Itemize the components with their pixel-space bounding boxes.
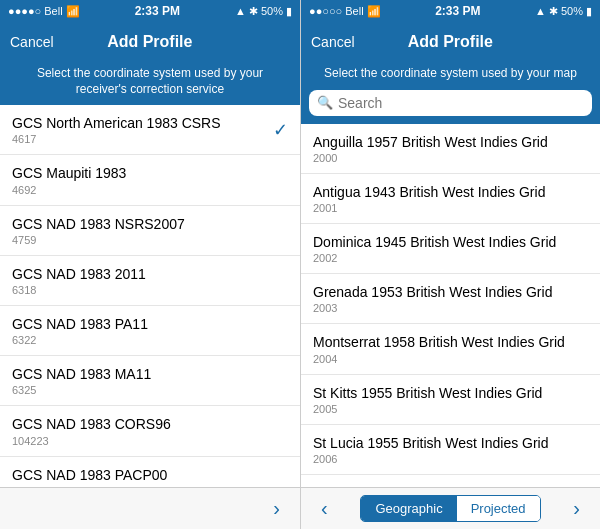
list-item-code: 2005 — [313, 403, 588, 415]
list-item[interactable]: GCS NAD 1983 MA11 6325 — [0, 356, 300, 406]
list-item[interactable]: GCS North American 1983 CSRS 4617 ✓ — [0, 105, 300, 155]
search-input[interactable] — [338, 95, 584, 111]
right-forward-arrow[interactable]: › — [565, 493, 588, 524]
list-item-name: St Kitts 1955 British West Indies Grid — [313, 384, 588, 402]
right-battery-icon: ▮ — [586, 5, 592, 18]
list-item-code: 2002 — [313, 252, 588, 264]
list-item-name: GCS NAD 1983 PACP00 — [12, 466, 288, 484]
left-status-right: ▲ ✱ 50% ▮ — [235, 5, 292, 18]
list-item[interactable]: Anguilla 1957 British West Indies Grid 2… — [301, 124, 600, 174]
list-item-name: GCS NAD 1983 CORS96 — [12, 415, 288, 433]
list-item[interactable]: GCS NAD 1983 NSRS2007 4759 — [0, 206, 300, 256]
left-forward-arrow[interactable]: › — [265, 493, 288, 524]
left-bottom-bar: › — [0, 487, 300, 529]
list-item-name: Montserrat 1958 British West Indies Grid — [313, 333, 588, 351]
right-status-bar: ●●○○○ Bell 📶 2:33 PM ▲ ✱ 50% ▮ — [301, 0, 600, 22]
carrier-name: Bell — [44, 5, 62, 17]
list-item[interactable]: Montserrat 1958 British West Indies Grid… — [301, 324, 600, 374]
right-signal-dots: ●●○○○ — [309, 5, 342, 17]
right-list[interactable]: Anguilla 1957 British West Indies Grid 2… — [301, 124, 600, 487]
list-item-name: GCS NAD 1983 2011 — [12, 265, 288, 283]
list-item-name: St Lucia 1955 British West Indies Grid — [313, 434, 588, 452]
list-item[interactable]: St Lucia 1955 British West Indies Grid 2… — [301, 425, 600, 475]
list-item[interactable]: GCS Maupiti 1983 4692 — [0, 155, 300, 205]
left-list[interactable]: GCS North American 1983 CSRS 4617 ✓ GCS … — [0, 105, 300, 487]
search-bar-container: 🔍 — [301, 90, 600, 124]
left-cancel-button[interactable]: Cancel — [10, 34, 54, 50]
right-nav-title: Add Profile — [408, 33, 493, 51]
bluetooth-icon: ✱ — [249, 5, 258, 18]
list-item-code: 6318 — [12, 284, 288, 296]
battery-icon: ▮ — [286, 5, 292, 18]
list-item-name: GCS Maupiti 1983 — [12, 164, 288, 182]
left-nav-title: Add Profile — [107, 33, 192, 51]
list-item-code: 2004 — [313, 353, 588, 365]
list-item-name: Antigua 1943 British West Indies Grid — [313, 183, 588, 201]
list-item-code: 2001 — [313, 202, 588, 214]
list-item[interactable]: GCS NAD 1983 CORS96 104223 — [0, 406, 300, 456]
list-item[interactable]: GCS NAD 1983 PA11 6322 — [0, 306, 300, 356]
right-time: 2:33 PM — [435, 4, 480, 18]
segment-control[interactable]: Geographic Projected — [360, 495, 540, 522]
right-location-icon: ▲ — [535, 5, 546, 17]
location-icon: ▲ — [235, 5, 246, 17]
left-status-bar: ●●●●○ Bell 📶 2:33 PM ▲ ✱ 50% ▮ — [0, 0, 300, 22]
right-wifi-icon: 📶 — [367, 5, 381, 18]
right-nav-bar: Cancel Add Profile — [301, 22, 600, 62]
right-carrier-name: Bell — [345, 5, 363, 17]
right-panel: ●●○○○ Bell 📶 2:33 PM ▲ ✱ 50% ▮ Cancel Ad… — [300, 0, 600, 529]
list-item-name: GCS North American 1983 CSRS — [12, 114, 288, 132]
left-subtitle: Select the coordinate system used by you… — [0, 62, 300, 105]
right-subtitle: Select the coordinate system used by you… — [301, 62, 600, 90]
list-item-name: Anguilla 1957 British West Indies Grid — [313, 133, 588, 151]
list-item-code: 6322 — [12, 334, 288, 346]
list-item-code: 2000 — [313, 152, 588, 164]
right-status-right: ▲ ✱ 50% ▮ — [535, 5, 592, 18]
list-item[interactable]: St Kitts 1955 British West Indies Grid 2… — [301, 375, 600, 425]
check-icon: ✓ — [273, 119, 288, 141]
list-item[interactable]: Antigua 1943 British West Indies Grid 20… — [301, 174, 600, 224]
list-item-code: 4617 — [12, 133, 288, 145]
battery-level: 50% — [261, 5, 283, 17]
list-item[interactable]: Dominica 1945 British West Indies Grid 2… — [301, 224, 600, 274]
list-item-name: GCS NAD 1983 MA11 — [12, 365, 288, 383]
right-bottom-bar: ‹ Geographic Projected › — [301, 487, 600, 529]
right-bluetooth-icon: ✱ — [549, 5, 558, 18]
right-back-arrow[interactable]: ‹ — [313, 493, 336, 524]
search-icon: 🔍 — [317, 95, 333, 110]
list-item[interactable]: St Vincent 1945 British West Indies 2007 — [301, 475, 600, 487]
list-item[interactable]: GCS NAD 1983 PACP00 104259 — [0, 457, 300, 488]
list-item-code: 4759 — [12, 234, 288, 246]
list-item-code: 2006 — [313, 453, 588, 465]
search-bar[interactable]: 🔍 — [309, 90, 592, 116]
list-item-name: Grenada 1953 British West Indies Grid — [313, 283, 588, 301]
list-item-name: Dominica 1945 British West Indies Grid — [313, 233, 588, 251]
list-item-code: 6325 — [12, 384, 288, 396]
list-item[interactable]: Grenada 1953 British West Indies Grid 20… — [301, 274, 600, 324]
signal-dots: ●●●●○ — [8, 5, 41, 17]
left-panel: ●●●●○ Bell 📶 2:33 PM ▲ ✱ 50% ▮ Cancel Ad… — [0, 0, 300, 529]
list-item-code: 2003 — [313, 302, 588, 314]
left-time: 2:33 PM — [135, 4, 180, 18]
segment-projected[interactable]: Projected — [457, 496, 540, 521]
list-item[interactable]: GCS NAD 1983 2011 6318 — [0, 256, 300, 306]
right-status-left: ●●○○○ Bell 📶 — [309, 5, 381, 18]
list-item-name: GCS NAD 1983 NSRS2007 — [12, 215, 288, 233]
list-item-code: 104223 — [12, 435, 288, 447]
left-nav-bar: Cancel Add Profile — [0, 22, 300, 62]
list-item-code: 4692 — [12, 184, 288, 196]
segment-geographic[interactable]: Geographic — [361, 496, 456, 521]
right-cancel-button[interactable]: Cancel — [311, 34, 355, 50]
wifi-icon: 📶 — [66, 5, 80, 18]
left-status-left: ●●●●○ Bell 📶 — [8, 5, 80, 18]
list-item-name: GCS NAD 1983 PA11 — [12, 315, 288, 333]
list-item-name: St Vincent 1945 British West Indies — [313, 484, 588, 487]
right-battery-level: 50% — [561, 5, 583, 17]
list-item-code: 104259 — [12, 485, 288, 487]
